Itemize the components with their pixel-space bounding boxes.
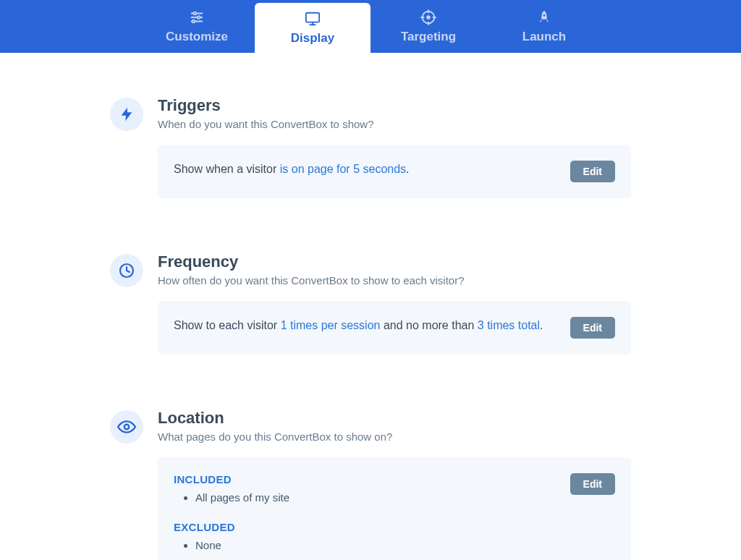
section-location: Location What pages do you this ConvertB… xyxy=(110,409,631,560)
monitor-icon xyxy=(305,11,321,27)
section-frequency: Frequency How often do you want this Con… xyxy=(110,253,631,355)
triggers-text-prefix: Show when a visitor xyxy=(174,163,280,175)
frequency-subtitle: How often do you want this ConvertBox to… xyxy=(158,274,631,287)
bolt-icon xyxy=(110,98,143,131)
svg-rect-6 xyxy=(306,12,319,22)
section-triggers: Triggers When do you want this ConvertBo… xyxy=(110,96,631,198)
list-item: All pages of my site xyxy=(195,490,556,505)
frequency-text-middle: and no more than xyxy=(380,319,477,331)
frequency-edit-button[interactable]: Edit xyxy=(570,317,615,339)
sliders-icon xyxy=(189,9,205,25)
location-included-list: All pages of my site xyxy=(174,490,556,505)
svg-point-10 xyxy=(427,16,430,19)
clock-icon xyxy=(110,254,143,287)
location-subtitle: What pages do you this ConvertBox to sho… xyxy=(158,430,631,443)
tab-display-label: Display xyxy=(291,31,334,46)
triggers-condition-link[interactable]: is on page for 5 seconds xyxy=(280,163,406,175)
location-excluded-heading: EXCLUDED xyxy=(174,521,556,533)
top-tab-bar: Customize Display Targeting xyxy=(0,0,741,53)
svg-point-3 xyxy=(198,16,200,19)
triggers-subtitle: When do you want this ConvertBox to show… xyxy=(158,118,631,130)
tab-launch-label: Launch xyxy=(522,30,566,44)
target-icon xyxy=(420,9,436,25)
tab-launch[interactable]: Launch xyxy=(486,0,602,53)
tab-customize[interactable]: Customize xyxy=(139,0,255,53)
frequency-total-link[interactable]: 3 times total xyxy=(478,319,540,331)
frequency-per-session-link[interactable]: 1 times per session xyxy=(281,319,381,331)
location-excluded-list: None xyxy=(174,538,556,553)
svg-point-5 xyxy=(192,20,195,22)
tab-targeting-label: Targeting xyxy=(401,30,456,44)
location-edit-button[interactable]: Edit xyxy=(570,473,615,495)
triggers-title: Triggers xyxy=(158,96,631,115)
main-content: Triggers When do you want this ConvertBo… xyxy=(96,53,645,560)
svg-point-17 xyxy=(124,425,130,430)
frequency-panel: Show to each visitor 1 times per session… xyxy=(158,301,631,355)
eye-icon xyxy=(110,410,143,444)
tab-customize-label: Customize xyxy=(166,30,228,44)
triggers-summary: Show when a visitor is on page for 5 sec… xyxy=(174,161,556,179)
location-title: Location xyxy=(158,409,631,428)
triggers-edit-button[interactable]: Edit xyxy=(570,161,615,182)
triggers-text-suffix: . xyxy=(406,163,409,175)
frequency-text-suffix: . xyxy=(540,319,543,331)
tab-targeting[interactable]: Targeting xyxy=(370,0,486,53)
list-item: None xyxy=(195,538,556,553)
svg-point-1 xyxy=(193,12,196,14)
svg-point-15 xyxy=(543,14,546,16)
tab-display[interactable]: Display xyxy=(255,3,370,53)
location-panel: INCLUDED All pages of my site EXCLUDED N… xyxy=(158,457,631,560)
frequency-text-prefix: Show to each visitor xyxy=(174,319,281,331)
frequency-summary: Show to each visitor 1 times per session… xyxy=(174,317,556,335)
rocket-icon xyxy=(536,9,552,25)
location-included-heading: INCLUDED xyxy=(174,473,556,485)
triggers-panel: Show when a visitor is on page for 5 sec… xyxy=(158,145,631,198)
frequency-title: Frequency xyxy=(158,253,631,271)
